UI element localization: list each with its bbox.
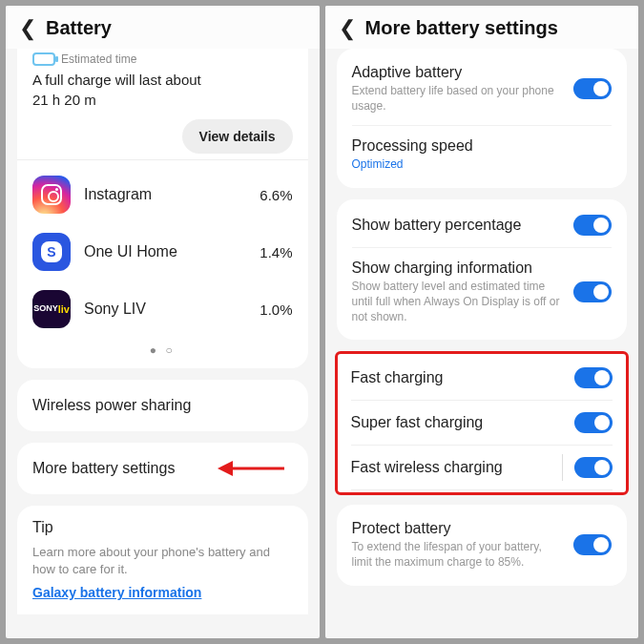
content: Adaptive battery Extend battery life bas… [325, 49, 639, 638]
charge-estimate-text: A full charge will last about 21 h 20 m [32, 70, 293, 110]
fast-charging-row[interactable]: Fast charging [351, 356, 613, 401]
view-details-button[interactable]: View details [182, 119, 293, 154]
galaxy-battery-info-link[interactable]: Galaxy battery information [32, 585, 201, 600]
fast-charging-highlight: Fast charging Super fast charging Fast w… [335, 351, 630, 495]
battery-icon [32, 52, 55, 66]
settings-group-4: Protect battery To extend the lifespan o… [337, 505, 628, 585]
setting-title: Show charging information [352, 260, 565, 277]
back-icon[interactable]: ❮ [19, 18, 36, 39]
app-usage-row[interactable]: S One UI Home 1.4% [32, 223, 293, 280]
page-indicator: ● ○ [32, 338, 293, 359]
battery-summary-section: Estimated time A full charge will last a… [17, 49, 308, 368]
page-title: Battery [46, 17, 112, 39]
svg-marker-1 [218, 461, 233, 476]
fast-wireless-charging-row[interactable]: Fast wireless charging [351, 446, 613, 490]
processing-speed-row[interactable]: Processing speed Optimized [352, 126, 613, 183]
super-fast-charging-toggle[interactable] [574, 412, 613, 433]
app-name: One UI Home [84, 243, 246, 260]
wireless-power-sharing-row[interactable]: Wireless power sharing [17, 380, 308, 431]
setting-title: Adaptive battery [352, 64, 565, 81]
setting-subtitle: Show battery level and estimated time un… [352, 279, 565, 325]
fast-charging-toggle[interactable] [574, 367, 613, 388]
instagram-icon [32, 176, 71, 214]
setting-title: Protect battery [352, 520, 565, 537]
setting-title: Super fast charging [351, 414, 566, 431]
app-name: Sony LIV [84, 301, 246, 318]
tip-section: Tip Learn more about your phone's batter… [17, 506, 308, 614]
sonyliv-icon: SONYliv [32, 290, 71, 328]
tip-title: Tip [32, 519, 293, 536]
settings-group-1: Adaptive battery Extend battery life bas… [337, 49, 628, 188]
app-usage-row[interactable]: SONYliv Sony LIV 1.0% [32, 280, 293, 338]
more-battery-settings-row[interactable]: More battery settings [17, 443, 308, 494]
app-percentage: 1.0% [260, 301, 292, 318]
show-percentage-toggle[interactable] [573, 215, 612, 236]
estimated-label: Estimated time [61, 52, 136, 66]
setting-subtitle: Extend battery life based on your phone … [352, 83, 565, 114]
setting-title: Processing speed [352, 137, 603, 155]
protect-battery-toggle[interactable] [573, 534, 612, 555]
protect-battery-row[interactable]: Protect battery To extend the lifespan o… [352, 509, 613, 581]
app-name: Instagram [84, 186, 246, 203]
battery-screen: ❮ Battery Estimated time A full charge w… [6, 6, 320, 638]
adaptive-battery-row[interactable]: Adaptive battery Extend battery life bas… [352, 52, 613, 126]
divider [17, 159, 308, 160]
back-icon[interactable]: ❮ [339, 18, 356, 39]
setting-subtitle: Optimized [352, 156, 603, 172]
setting-title: Fast wireless charging [351, 459, 566, 476]
setting-title: Show battery percentage [352, 217, 565, 234]
app-usage-row[interactable]: Instagram 6.6% [32, 166, 293, 223]
oneui-icon: S [32, 233, 71, 271]
setting-subtitle: To extend the lifespan of your battery, … [352, 539, 565, 570]
estimated-time-row: Estimated time [32, 52, 293, 66]
separator [562, 454, 563, 481]
tip-text: Learn more about your phone's battery an… [32, 544, 293, 578]
show-battery-percentage-row[interactable]: Show battery percentage [352, 203, 613, 248]
settings-group-2: Show battery percentage Show charging in… [337, 199, 628, 341]
super-fast-charging-row[interactable]: Super fast charging [351, 401, 613, 446]
app-percentage: 6.6% [260, 187, 292, 203]
page-title: More battery settings [365, 17, 558, 39]
app-percentage: 1.4% [260, 244, 292, 260]
fast-wireless-toggle[interactable] [574, 457, 613, 478]
header: ❮ Battery [6, 6, 320, 49]
show-charging-toggle[interactable] [573, 281, 612, 302]
header: ❮ More battery settings [325, 6, 639, 49]
content: Estimated time A full charge will last a… [6, 49, 320, 638]
more-settings-label: More battery settings [32, 460, 175, 476]
wireless-power-label: Wireless power sharing [32, 397, 191, 413]
setting-title: Fast charging [351, 369, 566, 386]
show-charging-info-row[interactable]: Show charging information Show battery l… [352, 248, 613, 337]
adaptive-battery-toggle[interactable] [573, 78, 612, 99]
more-battery-settings-screen: ❮ More battery settings Adaptive battery… [325, 6, 639, 638]
pointer-arrow-icon [218, 458, 284, 479]
